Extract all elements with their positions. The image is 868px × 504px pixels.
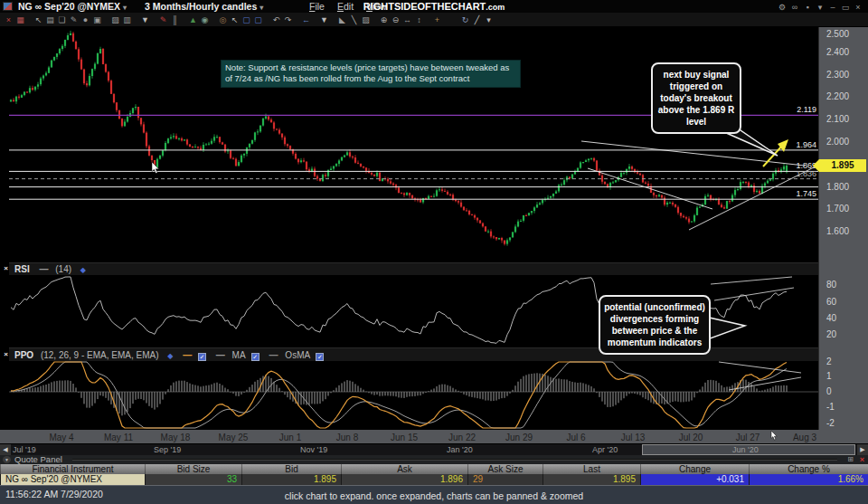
chevron-down-icon: ▾ bbox=[259, 4, 263, 12]
settings-gear-icon[interactable]: ⚙ bbox=[776, 1, 788, 14]
price-level-label: 1.964 bbox=[760, 140, 816, 149]
ppo-close-button[interactable]: × bbox=[2, 350, 10, 358]
tools-caret-icon[interactable]: ▼ bbox=[318, 14, 330, 26]
pen-tool-icon[interactable]: ✎ bbox=[68, 14, 80, 26]
ppo-visible-checkbox[interactable]: ✓ bbox=[198, 353, 206, 361]
move-icon[interactable]: + bbox=[431, 14, 443, 26]
ruler-icon[interactable]: ◣ bbox=[336, 14, 348, 26]
hatch-icon[interactable]: ▨ bbox=[360, 14, 372, 26]
pan-horizontal-icon[interactable]: ↔ bbox=[401, 14, 413, 26]
ellipse-tool-icon[interactable]: ● bbox=[80, 14, 91, 26]
quote-table-row[interactable]: NG ∞ Sep'20 @NYMEX331.8951.896291.895+0.… bbox=[0, 474, 868, 485]
print-icon[interactable]: ❏ bbox=[56, 14, 68, 26]
scrollbar-date-label: Apr '20 bbox=[592, 445, 618, 454]
zoom-in-icon[interactable]: ⊕ bbox=[378, 14, 390, 26]
ppo-osma-swatch: — bbox=[269, 350, 278, 360]
grid-tool-icon[interactable]: ▤ bbox=[44, 14, 56, 26]
rsi-tick: 20 bbox=[826, 329, 836, 339]
price-level-label: 1.745 bbox=[760, 189, 816, 198]
quote-panel-close-button[interactable]: × bbox=[860, 455, 864, 464]
select-icon[interactable]: ↖ bbox=[229, 14, 241, 26]
trendline-tool-icon[interactable]: ╲ bbox=[348, 14, 360, 26]
scrollbar-date-label: Sep '19 bbox=[154, 445, 181, 454]
refresh-icon[interactable]: ↻ bbox=[459, 14, 471, 26]
quote-col-change-[interactable]: Change % bbox=[749, 464, 868, 474]
ppo-osma-checkbox[interactable]: ✓ bbox=[316, 353, 324, 361]
price-tick: 1.700 bbox=[826, 204, 849, 214]
status-timestamp: 11:56:22 AM 7/29/2020 bbox=[5, 489, 103, 499]
layout-caret-icon[interactable]: ▼ bbox=[139, 14, 151, 26]
title-bar: NG ∞ Sep'20 @NYMEX▾ 3 Months/Hourly cand… bbox=[0, 0, 868, 13]
redo-icon[interactable]: ↷ bbox=[282, 14, 294, 26]
last-price-tag: 1.895 bbox=[819, 159, 866, 172]
ppo-ma-checkbox[interactable]: ✓ bbox=[251, 353, 259, 361]
quote-panel-pan-icon[interactable]: ⊞ bbox=[847, 455, 854, 464]
zoom-out-icon[interactable]: ⊖ bbox=[390, 14, 401, 26]
quote-value-bid: 1.895 bbox=[241, 474, 341, 485]
globe-icon[interactable]: ◉ bbox=[199, 14, 211, 26]
app-icon bbox=[3, 2, 13, 11]
pin-caret-icon[interactable]: ▾ bbox=[814, 1, 826, 14]
undo-icon[interactable]: ↶ bbox=[270, 14, 282, 26]
link-charts-icon[interactable]: ∞ bbox=[788, 1, 801, 14]
ppo-title: PPO bbox=[14, 350, 33, 360]
rsi-close-button[interactable]: × bbox=[2, 264, 10, 272]
trend-up-icon[interactable]: ▲ bbox=[187, 14, 199, 26]
menu-file[interactable]: File bbox=[309, 0, 325, 13]
menu-edit[interactable]: Edit bbox=[337, 0, 354, 13]
scroll-right-button[interactable]: ▶ bbox=[857, 444, 868, 455]
rsi-tick: 40 bbox=[826, 313, 836, 323]
image-icon[interactable]: ▣ bbox=[91, 14, 103, 26]
rsi-pin-icon[interactable]: ◆ bbox=[80, 266, 86, 274]
scroll-left-button[interactable]: ◀ bbox=[0, 444, 11, 455]
grid-snap-icon[interactable]: ▦ bbox=[14, 14, 26, 26]
close-window-icon[interactable]: × bbox=[852, 1, 864, 14]
quote-value-ask: 1.896 bbox=[341, 474, 467, 485]
buy-signal-callout[interactable]: next buy signal triggered on today's bre… bbox=[651, 62, 741, 134]
pointer-tool-icon[interactable]: ↖ bbox=[33, 14, 44, 26]
back-icon[interactable]: ← bbox=[300, 14, 312, 26]
status-bar: 11:56:22 AM 7/29/2020 click chart to exp… bbox=[0, 485, 868, 504]
candles-style-icon[interactable]: ║ bbox=[169, 14, 181, 26]
price-tick: 1.600 bbox=[826, 226, 849, 236]
wrench-icon[interactable]: ╱ bbox=[471, 14, 483, 26]
quote-value-ask-size: 29 bbox=[467, 474, 542, 485]
text-note-icon[interactable]: ▢ bbox=[241, 14, 252, 26]
quote-col-ask[interactable]: Ask bbox=[341, 464, 467, 474]
quote-col-bid[interactable]: Bid bbox=[241, 464, 341, 474]
divergence-callout[interactable]: potential (unconfirmed) divergences form… bbox=[599, 295, 711, 355]
quote-col-bid-size[interactable]: Bid Size bbox=[145, 464, 241, 474]
pattern-icon[interactable]: ▨ bbox=[109, 14, 121, 26]
date-label: Jun 8 bbox=[336, 433, 358, 442]
rsi-title: RSI bbox=[14, 264, 30, 274]
layout-icon[interactable]: ▥ bbox=[121, 14, 133, 26]
timeframe-label: 3 Months/Hourly candles bbox=[145, 1, 257, 12]
rsi-panel-header[interactable]: RSI — (14) ◆ bbox=[9, 262, 818, 275]
ppo-osma-label: OsMA bbox=[285, 350, 309, 360]
note-annotation[interactable]: Note: Support & resistance levels (price… bbox=[221, 60, 521, 88]
quote-panel-collapse-button[interactable]: ▼ bbox=[3, 456, 11, 463]
quote-col-financial-instrument[interactable]: Financial Instrument bbox=[0, 464, 145, 474]
text-box-icon[interactable]: ▢ bbox=[252, 14, 264, 26]
toolbar-caret-icon[interactable]: ▾ bbox=[483, 14, 495, 26]
close-chart-icon[interactable]: × bbox=[3, 14, 14, 26]
pan-vertical-icon[interactable]: ↕ bbox=[413, 14, 425, 26]
price-tick: 2.300 bbox=[826, 70, 849, 80]
quote-col-ask-size[interactable]: Ask Size bbox=[467, 464, 542, 474]
price-tick: 2.400 bbox=[826, 47, 849, 57]
ppo-pin-icon[interactable]: ◆ bbox=[167, 352, 173, 360]
pin-window-icon[interactable]: ▪ bbox=[801, 1, 814, 14]
quote-col-change[interactable]: Change bbox=[640, 464, 749, 474]
marker-pen-icon[interactable]: ✎ bbox=[157, 14, 169, 26]
price-tick: 2.200 bbox=[826, 91, 849, 101]
quote-panel-strip: ▼ Quote Panel ⊞ × bbox=[0, 455, 868, 464]
quote-col-last[interactable]: Last bbox=[542, 464, 640, 474]
minimize-icon[interactable]: – bbox=[826, 1, 839, 14]
chart-history-scrollbar[interactable]: ◀ ▶ Jul '19Sep '19Nov '19Jan '20Apr '20J… bbox=[0, 443, 868, 455]
maximize-icon[interactable]: ▭ bbox=[839, 1, 852, 14]
status-hint: click chart to expand. once expanded, ch… bbox=[285, 490, 583, 501]
ppo-ma-swatch: — bbox=[216, 350, 225, 360]
quote-panel-divider bbox=[72, 459, 837, 461]
target-icon[interactable]: ◎ bbox=[217, 14, 229, 26]
date-label: Jun 29 bbox=[505, 433, 533, 442]
